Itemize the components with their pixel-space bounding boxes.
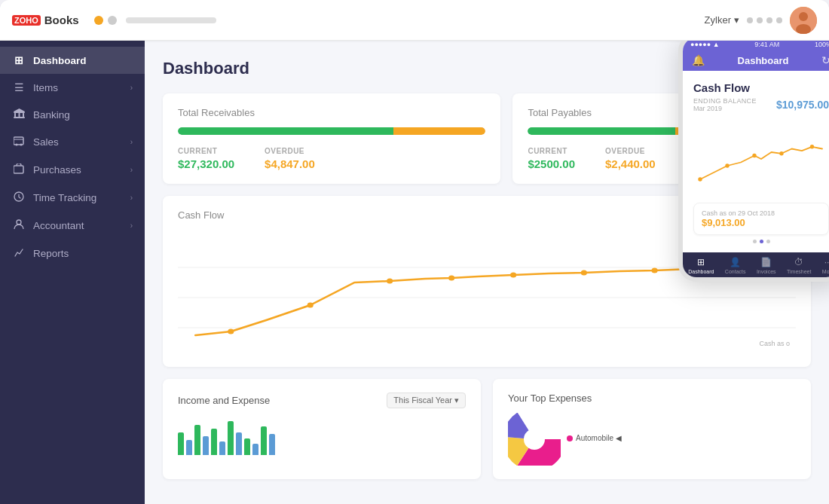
sidebar-label-purchases: Purchases: [33, 164, 81, 176]
phone-bottom-card: Cash as on 29 Oct 2018 $9,013.00: [693, 203, 829, 235]
bottom-cards: Income and Expense This Fiscal Year ▾: [163, 379, 811, 479]
svg-point-19: [307, 303, 314, 308]
receivables-current-label: CURRENT: [178, 147, 234, 155]
bar-6: [219, 441, 225, 455]
svg-point-24: [651, 268, 657, 273]
phone-nav-title: Dashboard: [738, 55, 789, 66]
dot3: [766, 17, 772, 23]
bar-10: [252, 444, 258, 455]
svg-point-10: [15, 144, 17, 146]
phone-refresh-icon: ↻: [821, 54, 829, 66]
topbar-controls: [94, 16, 705, 25]
topbar-search-bar[interactable]: [126, 17, 216, 23]
svg-rect-6: [23, 113, 24, 117]
phone-cash-value: $9,013.00: [702, 217, 821, 228]
phone-nav-more[interactable]: ··· More: [822, 257, 829, 274]
cashflow-label-bottom: Cash as o: [759, 340, 790, 347]
phone-dot-2: [760, 240, 763, 243]
payables-overdue-label: OVERDUE: [605, 147, 656, 155]
user-menu[interactable]: Zylker ▾: [705, 14, 739, 26]
sidebar-item-sales[interactable]: Sales ›: [0, 128, 145, 156]
phone-content: Cash Flow ENDING BALANCE Mar 2019 $10,97…: [683, 71, 829, 252]
sidebar-label-items: Items: [33, 82, 58, 93]
dot1: [747, 17, 753, 23]
receivables-overdue: OVERDUE $4,847.00: [265, 147, 315, 170]
svg-rect-4: [14, 113, 16, 117]
expenses-pie-chart: [508, 413, 561, 466]
svg-point-33: [752, 154, 756, 157]
legend-item-automobile: Automobile ◀: [567, 434, 622, 442]
receivables-current-value: $27,320.00: [178, 157, 234, 170]
sidebar-label-time-tracking: Time Tracking: [33, 192, 96, 203]
dot4: [776, 17, 782, 23]
accountant-chevron-icon: ›: [130, 221, 133, 230]
items-icon: ☰: [12, 81, 26, 93]
sidebar-item-reports[interactable]: Reports: [0, 240, 145, 267]
time-tracking-chevron-icon: ›: [130, 194, 133, 202]
svg-point-31: [698, 177, 702, 181]
svg-point-11: [20, 144, 22, 146]
top-expenses-title: Your Top Expenses: [508, 393, 592, 404]
svg-point-30: [525, 430, 543, 448]
bar-11: [261, 426, 267, 455]
phone-nav-invoices-icon: 📄: [760, 257, 772, 267]
phone-bottom-nav: ⊞ Dashboard 👤 Contacts 📄 Invoices ⏱ Time…: [683, 252, 829, 277]
sidebar-label-accountant: Accountant: [33, 220, 84, 231]
bar-5: [211, 429, 217, 455]
phone-nav-invoices[interactable]: 📄 Invoices: [757, 257, 776, 274]
phone-nav-invoices-label: Invoices: [757, 269, 776, 274]
bar-4: [203, 436, 209, 455]
sidebar: ⊞ Dashboard ☰ Items › Banking: [0, 41, 145, 504]
svg-rect-7: [14, 117, 25, 118]
fiscal-year-label: This Fiscal Year ▾: [393, 396, 459, 405]
income-expense-title: Income and Expense: [178, 395, 270, 406]
svg-point-32: [725, 163, 729, 167]
svg-point-14: [17, 220, 21, 225]
top-expenses-header: Your Top Expenses: [508, 393, 796, 404]
phone-cash-label: Cash as on 29 Oct 2018: [702, 209, 821, 217]
phone-pagination: [693, 240, 829, 243]
phone-nav-contacts[interactable]: 👤 Contacts: [725, 257, 746, 274]
expenses-legend: Automobile ◀: [567, 434, 622, 444]
reports-icon: [12, 247, 26, 260]
svg-point-18: [228, 329, 234, 334]
phone-balance-value: $10,975.00: [776, 99, 829, 111]
payables-overdue: OVERDUE $2,440.00: [605, 147, 656, 170]
logo-zoho-text: ZOHO: [14, 16, 38, 25]
avatar[interactable]: [790, 7, 817, 34]
bar-8: [236, 432, 242, 455]
phone-cashflow-title: Cash Flow: [693, 81, 829, 94]
sidebar-item-dashboard[interactable]: ⊞ Dashboard: [0, 47, 145, 74]
svg-point-35: [810, 145, 814, 148]
phone-nav-timesheet[interactable]: ⏱ Timesheet: [787, 257, 811, 274]
sidebar-item-purchases[interactable]: Purchases ›: [0, 156, 145, 184]
fiscal-year-filter[interactable]: This Fiscal Year ▾: [387, 393, 466, 408]
phone-nav-dashboard[interactable]: ⊞ Dashboard: [688, 257, 714, 274]
payables-current-label: CURRENT: [528, 147, 575, 155]
payables-current-value: $2500.00: [528, 157, 575, 170]
receivables-overdue-value: $4,847.00: [265, 157, 315, 170]
phone-nav-more-label: More: [822, 269, 829, 274]
bar-1: [178, 432, 184, 455]
payables-green-bar: [528, 127, 675, 135]
sidebar-item-accountant[interactable]: Accountant ›: [0, 212, 145, 240]
svg-rect-5: [18, 113, 20, 117]
income-expense-card: Income and Expense This Fiscal Year ▾: [163, 379, 481, 479]
svg-point-23: [581, 270, 587, 276]
bar-12: [269, 434, 275, 455]
svg-point-22: [510, 273, 516, 278]
sidebar-item-time-tracking[interactable]: Time Tracking ›: [0, 184, 145, 212]
svg-marker-8: [14, 108, 25, 111]
dot2: [757, 17, 763, 23]
sidebar-item-items[interactable]: ☰ Items ›: [0, 74, 145, 101]
sidebar-label-dashboard: Dashboard: [33, 55, 87, 66]
phone-time: 9:41 AM: [754, 41, 779, 48]
sidebar-item-banking[interactable]: Banking: [0, 101, 145, 128]
phone-dot-1: [753, 240, 757, 243]
svg-rect-9: [14, 137, 23, 145]
purchases-icon: [12, 163, 26, 176]
phone-nav-contacts-icon: 👤: [730, 257, 741, 267]
total-receivables-card: Total Receivables CURRENT $27,320.00 OVE…: [163, 93, 500, 184]
logo-zoho-box: ZOHO: [12, 15, 41, 26]
phone-nav-timesheet-icon: ⏱: [794, 257, 803, 267]
